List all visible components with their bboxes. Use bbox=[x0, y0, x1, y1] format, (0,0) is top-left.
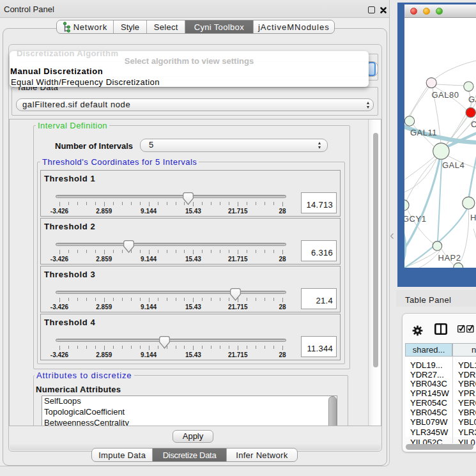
svg-text:C: C bbox=[471, 119, 476, 129]
svg-text:H: H bbox=[470, 213, 476, 222]
svg-text:GAL80: GAL80 bbox=[432, 90, 459, 100]
svg-text:GAL11: GAL11 bbox=[410, 128, 437, 137]
svg-text:GCY1: GCY1 bbox=[404, 214, 426, 224]
svg-text:GAL4: GAL4 bbox=[442, 160, 464, 170]
svg-text:HAP2: HAP2 bbox=[438, 253, 461, 263]
svg-text:GA: GA bbox=[468, 95, 476, 104]
